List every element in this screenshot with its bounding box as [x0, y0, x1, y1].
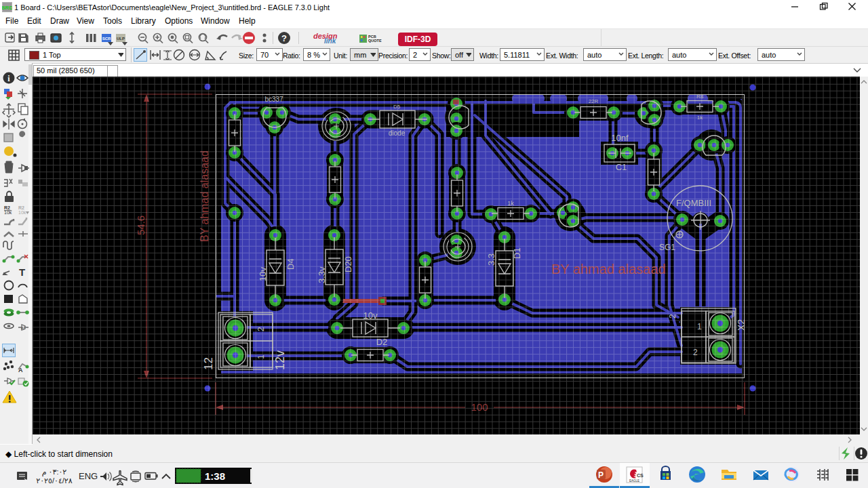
svg-text:R2: R2: [4, 205, 10, 210]
svg-text:10k: 10k: [4, 210, 12, 215]
svg-text:T: T: [19, 266, 25, 278]
svg-text:A: A: [18, 367, 23, 373]
svg-text:ENG: ENG: [79, 471, 98, 481]
svg-text:10k: 10k: [18, 210, 26, 215]
svg-text:QUOTE: QUOTE: [368, 39, 382, 43]
svg-text:link: link: [324, 37, 336, 45]
svg-text:?: ?: [281, 33, 287, 43]
svg-text:EAGLE: EAGLE: [629, 479, 639, 483]
svg-text:BRD: BRD: [2, 5, 12, 11]
svg-text:ULP: ULP: [117, 37, 125, 41]
svg-text:٠٣:٠٢ م: ٠٣:٠٢ م: [42, 468, 67, 476]
svg-text:CS: CS: [637, 473, 644, 478]
svg-text:AT: AT: [21, 326, 26, 330]
svg-text:IDF-3D: IDF-3D: [405, 35, 431, 44]
svg-text:P: P: [598, 470, 604, 480]
svg-text:SCR: SCR: [102, 37, 111, 41]
svg-text:٢٠٢٥/٠٤/٢٨: ٢٠٢٥/٠٤/٢٨: [36, 476, 72, 485]
svg-text:1:38: 1:38: [205, 470, 225, 482]
svg-text:R2: R2: [18, 205, 24, 210]
